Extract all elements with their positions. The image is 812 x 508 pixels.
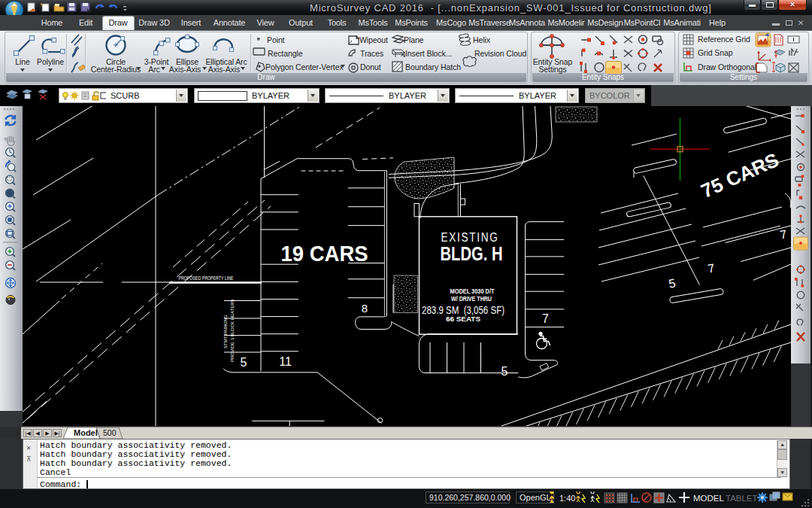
svg-text:19 CARS: 19 CARS [281, 242, 368, 266]
svg-text:PROPOSED PROPERTY LINE: PROPOSED PROPERTY LINE [179, 275, 235, 281]
svg-text:MODEL: MODEL [693, 494, 725, 503]
svg-text:500: 500 [103, 428, 117, 437]
svg-text:EXISTING: EXISTING [441, 231, 499, 244]
svg-text:5: 5 [501, 365, 508, 378]
svg-text:8: 8 [362, 302, 368, 315]
svg-text:7: 7 [779, 227, 788, 241]
svg-text:BLDG. H: BLDG. H [441, 243, 503, 264]
svg-text:TABLET: TABLET [726, 494, 758, 503]
svg-text:5: 5 [668, 276, 677, 290]
svg-text:1:40: 1:40 [559, 494, 575, 503]
svg-text:75 CARS: 75 CARS [698, 148, 783, 202]
svg-text:STMT PARKING: STMT PARKING [223, 315, 228, 348]
svg-text:5: 5 [241, 356, 247, 369]
svg-text:W/ DRIVE THRU: W/ DRIVE THRU [451, 295, 492, 303]
svg-text:66 SEATS: 66 SEATS [446, 315, 480, 323]
svg-text:7: 7 [542, 312, 549, 325]
svg-text:7: 7 [707, 261, 716, 275]
svg-text:MODEL 3030 D/T: MODEL 3030 D/T [450, 287, 495, 295]
svg-text:11: 11 [279, 355, 292, 368]
svg-text:Model: Model [74, 428, 98, 437]
svg-text:PROVIDE 3 BLOCK HEATERS: PROVIDE 3 BLOCK HEATERS [230, 299, 235, 362]
